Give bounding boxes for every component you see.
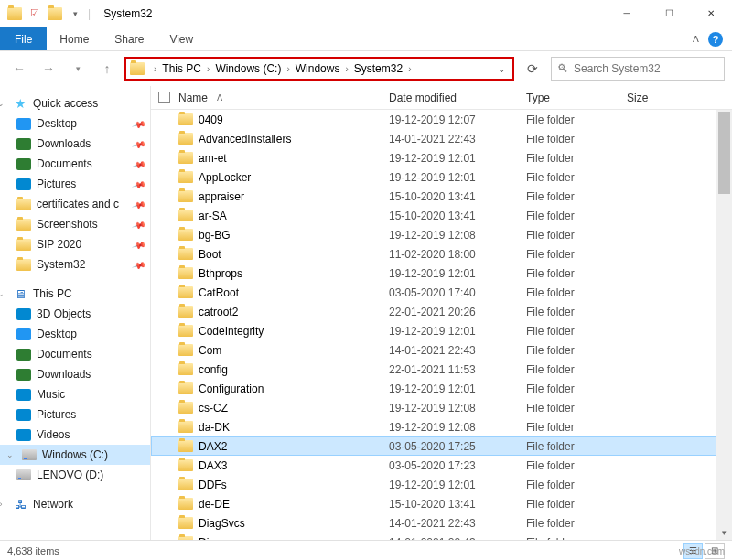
scroll-down-icon[interactable]: ▾ [716, 524, 732, 540]
minimize-button[interactable]: ─ [606, 0, 648, 27]
sidebar-item[interactable]: Screenshots📌 [0, 214, 150, 234]
maximize-button[interactable]: ☐ [648, 0, 690, 27]
watermark: wsxdn.com [679, 546, 725, 556]
chevron-right-icon[interactable]: › [203, 64, 213, 74]
sidebar-item[interactable]: Music [0, 384, 150, 404]
tab-share[interactable]: Share [102, 27, 156, 50]
tab-home[interactable]: Home [47, 27, 102, 50]
table-row[interactable]: am-et19-12-2019 12:01File folder [151, 148, 732, 167]
sidebar-item[interactable]: Downloads📌 [0, 134, 150, 154]
quick-access-item[interactable]: ⌄ ★ Quick access [0, 93, 150, 113]
chevron-right-icon[interactable]: › [341, 64, 351, 74]
crumb[interactable]: System32 [352, 62, 404, 75]
tab-file[interactable]: File [0, 27, 47, 50]
documents-icon [16, 347, 31, 361]
file-type: File folder [526, 382, 627, 395]
address-dropdown-icon[interactable]: ⌄ [494, 64, 509, 74]
up-button[interactable]: ↑ [95, 57, 119, 81]
search-box[interactable]: 🔍︎ [551, 57, 725, 81]
close-button[interactable]: ✕ [690, 0, 732, 27]
sidebar-item[interactable]: SIP 2020📌 [0, 234, 150, 254]
table-row[interactable]: de-DE15-10-2020 13:41File folder [151, 494, 732, 513]
nav-label: Desktop [37, 328, 77, 340]
chevron-right-icon[interactable]: › [404, 64, 414, 74]
nav-label: 3D Objects [37, 307, 91, 320]
file-name: bg-BG [199, 229, 231, 242]
file-name: da-DK [199, 421, 230, 434]
file-name: DDFs [199, 479, 227, 491]
sidebar-item[interactable]: ⌄Windows (C:) [0, 445, 150, 465]
help-icon[interactable]: ? [708, 32, 723, 47]
chevron-right-icon[interactable]: › [150, 64, 160, 74]
table-row[interactable]: CatRoot03-05-2020 17:40File folder [151, 283, 732, 302]
sidebar-item[interactable]: LENOVO (D:) [0, 465, 150, 485]
table-row[interactable]: config22-01-2021 11:53File folder [151, 360, 732, 379]
collapse-icon[interactable]: ⌄ [0, 99, 5, 108]
collapse-icon[interactable]: ⌄ [0, 289, 5, 298]
table-row[interactable]: appraiser15-10-2020 13:41File folder [151, 187, 732, 206]
select-all-checkbox[interactable] [158, 92, 170, 103]
properties-icon[interactable]: ☑ [27, 6, 42, 21]
crumb[interactable]: Windows (C:) [213, 62, 283, 75]
table-row[interactable]: DAX303-05-2020 17:23File folder [151, 456, 732, 475]
column-date[interactable]: Date modified [389, 92, 526, 104]
crumb[interactable]: This PC [160, 62, 203, 75]
forward-button[interactable]: → [37, 57, 60, 81]
table-row[interactable]: ar-SA15-10-2020 13:41File folder [151, 206, 732, 225]
sidebar-item[interactable]: 3D Objects [0, 304, 150, 324]
table-row[interactable]: cs-CZ19-12-2019 12:08File folder [151, 398, 732, 417]
table-row[interactable]: Boot11-02-2020 18:00File folder [151, 244, 732, 264]
pictures-icon [16, 407, 31, 422]
table-row[interactable]: AdvancedInstallers14-01-2021 22:43File f… [151, 129, 732, 148]
sidebar-item[interactable]: Desktop📌 [0, 113, 150, 134]
folder-icon [178, 479, 193, 490]
folder-icon [178, 113, 193, 125]
table-row[interactable]: DDFs19-12-2019 12:01File folder [151, 475, 732, 494]
table-row[interactable]: DAX203-05-2020 17:25File folder [151, 436, 732, 456]
sidebar-item[interactable]: System32📌 [0, 254, 150, 275]
collapse-ribbon-icon[interactable]: ᐱ [693, 34, 699, 44]
refresh-button[interactable]: ⟳ [520, 57, 545, 81]
sidebar-item[interactable]: Documents [0, 344, 150, 364]
sidebar-item[interactable]: Downloads [0, 364, 150, 384]
table-row[interactable]: da-DK19-12-2019 12:08File folder [151, 417, 732, 436]
table-row[interactable]: Configuration19-12-2019 12:01File folder [151, 379, 732, 398]
sidebar-item[interactable]: Desktop [0, 324, 150, 344]
table-row[interactable]: Bthprops19-12-2019 12:01File folder [151, 264, 732, 283]
column-type[interactable]: Type [526, 92, 627, 104]
file-name: 0409 [199, 113, 223, 126]
table-row[interactable]: Com14-01-2021 22:43File folder [151, 340, 732, 360]
tab-view[interactable]: View [156, 27, 206, 50]
table-row[interactable]: Dism14-01-2021 22:43File folder [151, 533, 732, 540]
vertical-scrollbar[interactable]: ▴ ▾ [716, 110, 732, 540]
back-button[interactable]: ← [7, 57, 31, 81]
folder-icon [178, 536, 193, 540]
sidebar-item[interactable]: Pictures [0, 404, 150, 425]
file-name: AppLocker [199, 171, 251, 184]
expand-icon[interactable]: › [0, 500, 5, 509]
scroll-thumb[interactable] [718, 112, 730, 194]
table-row[interactable]: CodeIntegrity19-12-2019 12:01File folder [151, 321, 732, 340]
new-folder-icon[interactable] [48, 6, 62, 21]
sidebar-item[interactable]: Videos [0, 425, 150, 445]
network-item[interactable]: › 🖧 Network [0, 494, 150, 514]
expand-icon[interactable]: ⌄ [5, 450, 15, 459]
sidebar-item[interactable]: Pictures📌 [0, 174, 150, 194]
crumb[interactable]: Windows [294, 62, 342, 75]
sidebar-item[interactable]: certificates and c📌 [0, 194, 150, 214]
table-row[interactable]: AppLocker19-12-2019 12:01File folder [151, 167, 732, 187]
qat-dropdown-icon[interactable]: ▾ [68, 6, 82, 21]
chevron-right-icon[interactable]: › [283, 64, 293, 74]
column-size[interactable]: Size [627, 92, 682, 104]
sidebar-item[interactable]: Documents📌 [0, 154, 150, 174]
table-row[interactable]: catroot222-01-2021 20:26File folder [151, 302, 732, 321]
file-date: 14-01-2021 22:43 [389, 536, 526, 541]
table-row[interactable]: bg-BG19-12-2019 12:08File folder [151, 225, 732, 244]
address-bar[interactable]: › This PC › Windows (C:) › Windows › Sys… [124, 57, 514, 81]
table-row[interactable]: DiagSvcs14-01-2021 22:43File folder [151, 513, 732, 533]
search-input[interactable] [574, 62, 718, 75]
column-name[interactable]: Nameᐱ [178, 92, 389, 104]
recent-dropdown[interactable]: ▾ [66, 57, 90, 81]
this-pc-item[interactable]: ⌄ 🖥 This PC [0, 284, 150, 304]
table-row[interactable]: 040919-12-2019 12:07File folder [151, 110, 732, 129]
